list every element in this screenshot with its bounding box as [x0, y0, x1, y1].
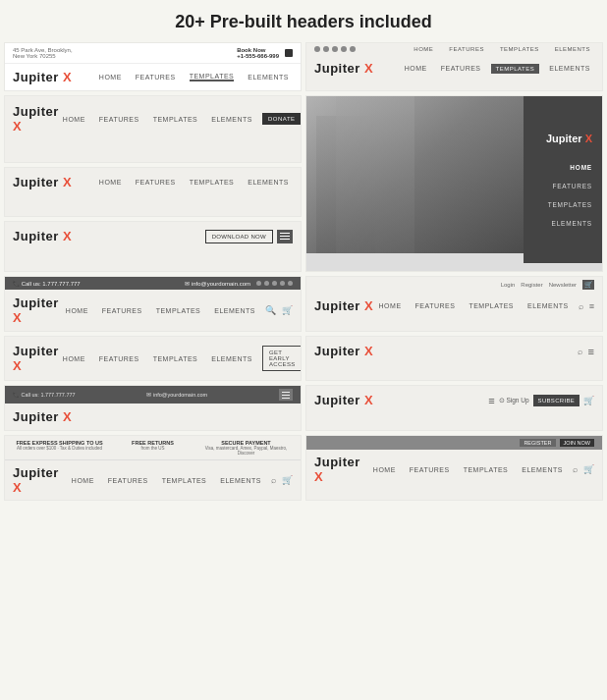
nav7-features[interactable]: FEATURES [102, 307, 142, 314]
topbar-social-1[interactable] [256, 281, 261, 286]
facebook-icon[interactable] [323, 46, 329, 52]
nav8-templates[interactable]: TEMPLATES [469, 302, 514, 309]
nav9-templates[interactable]: TEMPLATES [153, 355, 198, 362]
cart-icon-7[interactable]: 🛒 [282, 305, 293, 315]
nav2-templates-btn[interactable]: TEMPLATES [491, 64, 540, 74]
cart-topbar[interactable]: 🛒 [582, 280, 594, 290]
download-button[interactable]: DOWNLOAD NOW [205, 230, 273, 243]
search-icon-14[interactable]: ⌕ [573, 464, 578, 474]
donate-button[interactable]: DONATE [262, 113, 302, 125]
logo-7: Jupiter X [13, 296, 62, 325]
search-icon-13[interactable]: ⌕ [271, 475, 276, 485]
hamburger-button[interactable] [277, 230, 293, 243]
logo-x-4: X [585, 133, 592, 144]
hamburger-icon-10[interactable]: ≡ [588, 346, 594, 357]
hamburger-icon-12[interactable]: ≡ [488, 395, 494, 406]
register-link[interactable]: Register [521, 282, 542, 288]
nav9-home[interactable]: HOME [63, 355, 85, 362]
sidebar-nav-elements[interactable]: ELEMENTS [552, 220, 592, 227]
nav8-features[interactable]: FEATURES [415, 302, 456, 309]
nav8-home[interactable]: HOME [379, 302, 402, 309]
nav3-features[interactable]: FEATURES [99, 116, 139, 123]
logo-x-7: X [13, 310, 22, 325]
sign-up-text-12: ⊙ Sign Up [499, 397, 529, 404]
nav-elements[interactable]: ELEMENTS [248, 74, 289, 81]
logo: Jupiter X [13, 70, 72, 84]
nav-templates[interactable]: TEMPLATES [190, 73, 235, 81]
logo-2: Jupiter X [314, 61, 373, 76]
search-icon-10[interactable]: ⌕ [578, 347, 582, 356]
nav13-features[interactable]: FEATURES [108, 477, 148, 484]
nav8-elements[interactable]: ELEMENTS [527, 302, 569, 309]
address-text: 45 Park Ave, Brooklyn,New York 70255 [13, 47, 73, 59]
nav13-home[interactable]: HOME [72, 477, 94, 484]
join-button[interactable]: JOIN NOW [560, 439, 595, 447]
nav2-home[interactable]: HOME [405, 65, 427, 72]
logo-x-5: X [63, 175, 72, 189]
topbar-social-2[interactable] [264, 281, 269, 286]
ham-line-11-2 [282, 395, 290, 396]
nav14-templates[interactable]: TEMPLATES [464, 466, 509, 473]
nav14-features[interactable]: FEATURES [410, 466, 450, 473]
nav5-features[interactable]: FEATURES [136, 179, 176, 186]
nav-row-7: HOME FEATURES TEMPLATES ELEMENTS 🔍 🛒 [62, 305, 293, 315]
nav5-elements[interactable]: ELEMENTS [248, 179, 289, 186]
cart-icon-12[interactable]: 🛒 [583, 396, 594, 405]
nav13-elements[interactable]: ELEMENTS [220, 477, 261, 484]
logo-x-2: X [364, 61, 373, 76]
instagram-icon[interactable] [332, 46, 338, 52]
nav7-home[interactable]: HOME [66, 307, 88, 314]
newsletter-link[interactable]: Newsletter [549, 282, 577, 288]
search-icon-8[interactable]: ⌕ [579, 301, 583, 311]
nav2-features[interactable]: FEATURES [441, 65, 481, 72]
pinterest-icon[interactable] [341, 46, 347, 52]
header-card-9: Jupiter X HOME FEATURES TEMPLATES ELEMEN… [4, 336, 302, 381]
search-icon-7[interactable]: 🔍 [265, 305, 276, 315]
nav5-templates[interactable]: TEMPLATES [190, 179, 235, 186]
register-button[interactable]: REGISTER [520, 439, 555, 447]
nav3-elements[interactable]: ELEMENTS [211, 116, 252, 123]
nav-row-9: HOME FEATURES TEMPLATES ELEMENTS GET EAR… [59, 346, 302, 371]
nav9-features[interactable]: FEATURES [99, 355, 139, 362]
top-nav-home[interactable]: Home [414, 46, 433, 52]
header-card-7: 📞 Call us: 1.777.777.777 ✉ info@yourdoma… [4, 276, 302, 332]
card1-topbar: 45 Park Ave, Brooklyn,New York 70255 Boo… [5, 43, 301, 64]
nav-features[interactable]: FEATURES [136, 74, 176, 81]
topbar-ham-11[interactable] [279, 389, 293, 401]
nav7-templates[interactable]: TEMPLATES [156, 307, 201, 314]
sidebar-nav-templates[interactable]: TEMPLATES [548, 201, 592, 208]
subscribe-button[interactable]: SUBSCRIBE [533, 395, 579, 406]
top-nav-templates[interactable]: Templates [500, 46, 539, 52]
ham-line-11-3 [282, 398, 290, 399]
youtube-icon[interactable] [350, 46, 356, 52]
top-nav-features[interactable]: Features [449, 46, 484, 52]
logo-x-14: X [314, 469, 323, 484]
nav3-templates[interactable]: TEMPLATES [153, 116, 198, 123]
nav-home[interactable]: HOME [99, 74, 122, 81]
cart-icon-13[interactable]: 🛒 [282, 475, 293, 485]
ham-line-2 [280, 236, 290, 237]
cart-icon-14[interactable]: 🛒 [583, 464, 594, 474]
topbar-social-3[interactable] [272, 281, 277, 286]
login-link[interactable]: Login [501, 282, 516, 288]
nav2-elements[interactable]: ELEMENTS [549, 65, 590, 72]
nav3-home[interactable]: HOME [63, 116, 85, 123]
nav7-elements[interactable]: ELEMENTS [214, 307, 255, 314]
sidebar-nav-home[interactable]: HOME [570, 164, 592, 171]
topbar-social-4[interactable] [280, 281, 285, 286]
nav-row-8: HOME FEATURES TEMPLATES ELEMENTS ⌕ ≡ [375, 301, 594, 311]
top-nav-elements[interactable]: Elements [555, 46, 590, 52]
nav5-home[interactable]: HOME [99, 179, 122, 186]
logo-x-8: X [364, 298, 373, 313]
nav13-templates[interactable]: TEMPLATES [162, 477, 207, 484]
nav9-elements[interactable]: ELEMENTS [211, 355, 252, 362]
nav14-home[interactable]: HOME [373, 466, 396, 473]
early-access-button[interactable]: GET EARLY ACCESS [262, 346, 302, 371]
twitter-icon[interactable] [314, 46, 320, 52]
menu-icon-8[interactable]: ≡ [589, 301, 594, 311]
topbar-social-5[interactable] [288, 281, 293, 286]
logo-3: Jupiter X [13, 104, 59, 134]
nav14-elements[interactable]: ELEMENTS [522, 466, 563, 473]
logo-x-9: X [13, 358, 22, 373]
sidebar-nav-features[interactable]: FEATURES [552, 183, 592, 189]
